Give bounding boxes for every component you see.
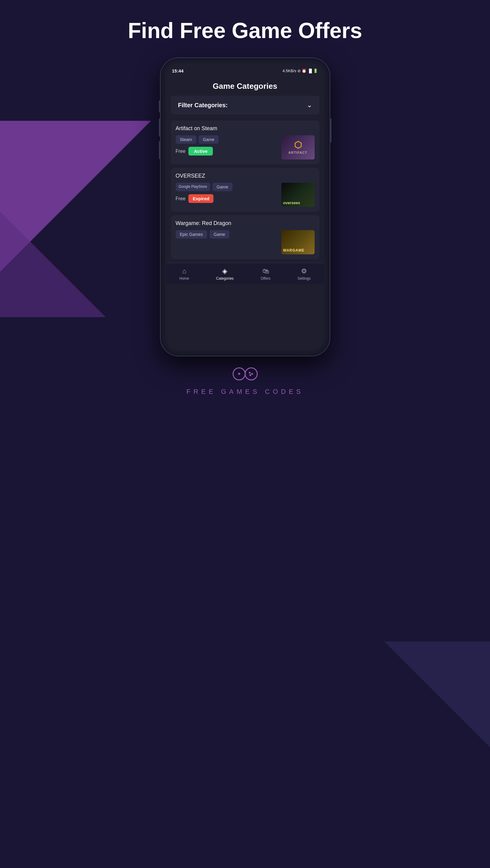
- status-icons: 4.5KB/s ⊘ ⏰ ▐▌🔋: [283, 68, 318, 73]
- phone-btn-volume-silent: [159, 100, 160, 112]
- status-time: 15:44: [172, 68, 184, 73]
- phone-mockup: 15:44 4.5KB/s ⊘ ⏰ ▐▌🔋 Game Categories Fi…: [161, 58, 330, 356]
- tag-epic-games[interactable]: Epic Games: [176, 230, 207, 239]
- thumbnail-wargame: WARGAME: [282, 230, 315, 254]
- brand-name: FREE GAMES CODES: [186, 388, 304, 396]
- app-title: Game Categories: [173, 82, 317, 91]
- bottom-row-overseez: Free Expired: [176, 194, 279, 203]
- filter-label: Filter Categories:: [178, 102, 228, 109]
- tags-row-wargame: Epic Games Game: [176, 230, 279, 239]
- thumbnail-overseez: oversees: [282, 183, 315, 207]
- game-card-title-wargame: Wargame: Red Dragon: [176, 220, 315, 226]
- thumbnail-artifact: ⬡ ARTIFACT: [282, 135, 315, 159]
- settings-icon: ⚙: [301, 267, 307, 275]
- nav-item-home[interactable]: ⌂ Home: [174, 266, 194, 282]
- tag-google-playstore[interactable]: Google PlayStore: [176, 183, 210, 191]
- game-card-body-artifact: Steam Game Free Active ⬡ ARTIFACT: [176, 135, 315, 159]
- bottom-row-artifact: Free Active: [176, 147, 279, 156]
- status-badge-artifact: Active: [188, 147, 213, 156]
- phone-btn-power: [330, 118, 331, 143]
- bg-decoration-left2: [0, 211, 106, 317]
- svg-point-2: [249, 372, 251, 374]
- phone-btn-volume-up: [159, 118, 160, 136]
- tag-game-overseez[interactable]: Game: [213, 183, 232, 191]
- brand-area: FREE GAMES CODES: [186, 365, 304, 396]
- oversees-text: oversees: [283, 200, 300, 205]
- bg-decoration-right: [384, 642, 490, 747]
- nav-label-offers: Offers: [261, 276, 270, 281]
- phone-screen: 15:44 4.5KB/s ⊘ ⏰ ▐▌🔋 Game Categories Fi…: [166, 63, 324, 350]
- svg-point-3: [251, 373, 253, 375]
- nav-item-offers[interactable]: 🛍 Offers: [256, 266, 275, 282]
- home-icon: ⌂: [182, 267, 186, 275]
- brand-logo-icon: [232, 365, 259, 383]
- nav-label-home: Home: [179, 276, 189, 281]
- game-card-wargame[interactable]: Wargame: Red Dragon Epic Games Game WARG…: [171, 215, 319, 259]
- nav-item-settings[interactable]: ⚙ Settings: [293, 266, 315, 282]
- chevron-down-icon[interactable]: ⌄: [307, 101, 312, 109]
- game-card-overseez[interactable]: OVERSEEZ Google PlayStore Game Free Expi…: [171, 168, 319, 212]
- categories-icon: ◈: [222, 267, 227, 275]
- artifact-logo-icon: ⬡: [294, 141, 302, 150]
- offers-icon: 🛍: [262, 267, 269, 275]
- page-headline: Find Free Game Offers: [128, 18, 362, 43]
- filter-bar[interactable]: Filter Categories: ⌄: [171, 96, 319, 115]
- game-card-left-wargame: Epic Games Game: [176, 230, 279, 242]
- svg-rect-6: [238, 373, 239, 375]
- phone-outer: 15:44 4.5KB/s ⊘ ⏰ ▐▌🔋 Game Categories Fi…: [161, 58, 330, 356]
- game-card-title-overseez: OVERSEEZ: [176, 173, 315, 179]
- game-card-left-overseez: Google PlayStore Game Free Expired: [176, 183, 279, 203]
- tag-game-wargame[interactable]: Game: [209, 230, 229, 239]
- nav-label-settings: Settings: [297, 276, 311, 281]
- tag-steam[interactable]: Steam: [176, 135, 196, 144]
- game-card-body-wargame: Epic Games Game WARGAME: [176, 230, 315, 254]
- bottom-nav: ⌂ Home ◈ Categories 🛍 Offers ⚙ Settings: [166, 263, 324, 284]
- nav-label-categories: Categories: [216, 276, 234, 281]
- price-artifact: Free: [176, 149, 186, 154]
- phone-btn-volume-down: [159, 141, 160, 159]
- game-card-artifact[interactable]: Artifact on Steam Steam Game Free Active: [171, 121, 319, 164]
- status-badge-overseez: Expired: [188, 194, 214, 203]
- game-card-title-artifact: Artifact on Steam: [176, 125, 315, 132]
- tag-game-artifact[interactable]: Game: [199, 135, 219, 144]
- svg-point-4: [249, 374, 251, 376]
- game-card-body-overseez: Google PlayStore Game Free Expired overs…: [176, 183, 315, 207]
- nav-item-categories[interactable]: ◈ Categories: [211, 266, 238, 282]
- artifact-text: ARTIFACT: [288, 151, 307, 154]
- app-content: Game Categories Filter Categories: ⌄ Art…: [166, 75, 324, 259]
- status-bar: 15:44 4.5KB/s ⊘ ⏰ ▐▌🔋: [166, 63, 324, 75]
- price-overseez: Free: [176, 196, 186, 202]
- tags-row-overseez: Google PlayStore Game: [176, 183, 279, 191]
- brand-svg: [232, 365, 259, 383]
- app-header: Game Categories: [166, 75, 324, 96]
- tags-row-artifact: Steam Game: [176, 135, 279, 144]
- wargame-text: WARGAME: [283, 248, 305, 252]
- game-card-left-artifact: Steam Game Free Active: [176, 135, 279, 156]
